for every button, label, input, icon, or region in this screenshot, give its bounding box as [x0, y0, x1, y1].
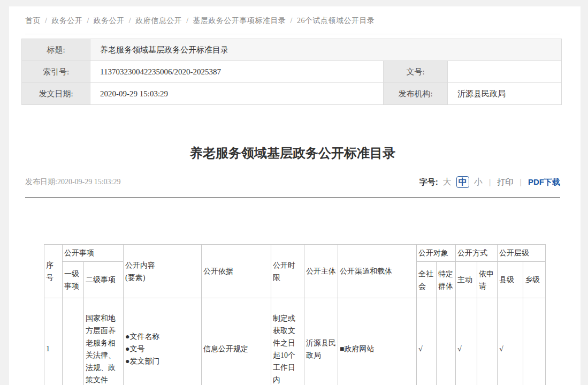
publish-info-row: 发布日期:2020-09-29 15:03:29 字号: 大 中 小 | 打印 …	[25, 175, 560, 189]
cell-serial: 1	[44, 298, 63, 385]
header-whole-society: 全社会	[417, 262, 437, 298]
breadcrumb-link-pilot-catalog[interactable]: 26个试点领域公开目录	[297, 17, 375, 25]
breadcrumb-link-gov-info[interactable]: 政府信息公开	[135, 17, 182, 25]
header-level1-item: 一级事项	[63, 262, 84, 298]
meta-row-title: 标题: 养老服务领域基层政务公开标准目录	[22, 39, 562, 61]
cell-basis: 信息公开规定	[202, 298, 271, 385]
breadcrumb-link-zwgk-2[interactable]: 政务公开	[94, 17, 125, 25]
cell-level1-item	[63, 298, 84, 385]
cell-proactive: √	[456, 298, 477, 385]
meta-row-date: 发文日期: 2020-09-29 15:03:29 发布机构: 沂源县民政局	[22, 83, 562, 105]
header-time-limit: 公开时限	[271, 245, 304, 298]
disclosure-catalog-table: 序号 公开事项 公开内容 (要素) 公开依据 公开时限 公开主体 公开渠道和载体…	[44, 244, 546, 385]
breadcrumb-separator: /	[45, 17, 47, 25]
print-button[interactable]: 打印	[497, 177, 513, 187]
table-row: 1 国家和地方层面养老服务相关法律、法规、政策文件 ●文件名称 ●文号 ●发文部…	[44, 298, 546, 385]
cell-on-request	[477, 298, 498, 385]
header-level: 公开层级	[498, 245, 546, 262]
content-panel: 首页/政务公开/政务公开/政府信息公开/基层政务公开事项标准目录/26个试点领域…	[9, 6, 581, 385]
meta-docnum-label: 文号:	[384, 61, 448, 83]
breadcrumb-link-home[interactable]: 首页	[25, 17, 41, 25]
header-audience: 公开对象	[417, 245, 456, 262]
cell-township-level	[523, 298, 546, 385]
cell-level2-item: 国家和地方层面养老服务相关法律、法规、政策文件	[84, 298, 124, 385]
header-level2-item: 二级事项	[84, 262, 124, 298]
pdf-download-link[interactable]: PDF下载	[528, 177, 560, 187]
breadcrumb-divider	[25, 34, 560, 34]
header-proactive: 主动	[456, 262, 477, 298]
breadcrumb-link-standard-catalog[interactable]: 基层政务公开事项标准目录	[193, 17, 286, 25]
table-header-row-1: 序号 公开事项 公开内容 (要素) 公开依据 公开时限 公开主体 公开渠道和载体…	[44, 245, 546, 262]
header-content-elements: 公开内容 (要素)	[124, 245, 202, 298]
breadcrumb-separator: /	[87, 17, 89, 25]
meta-row-index: 索引号: 113703230042235006/2020-2025387 文号:	[22, 61, 562, 83]
meta-title-label: 标题:	[22, 39, 90, 61]
header-disclosure-item: 公开事项	[63, 245, 124, 262]
font-size-small-button[interactable]: 小	[474, 177, 483, 188]
header-method: 公开方式	[456, 245, 498, 262]
article-divider	[25, 197, 560, 198]
cell-channel-carrier: ■政府网站	[338, 298, 417, 385]
publish-date: 发布日期:2020-09-29 15:03:29	[25, 177, 121, 187]
breadcrumb-separator: /	[186, 17, 188, 25]
meta-index-label: 索引号:	[22, 61, 90, 83]
meta-date-label: 发文日期:	[22, 83, 90, 105]
cell-specific-group	[437, 298, 456, 385]
cell-content-elements: ●文件名称 ●文号 ●发文部门	[124, 298, 202, 385]
meta-docnum-value	[448, 61, 562, 83]
breadcrumb-separator: /	[129, 17, 131, 25]
header-on-request: 依申请	[477, 262, 498, 298]
header-township-level: 乡级	[523, 262, 546, 298]
font-size-large-button[interactable]: 大	[443, 177, 452, 188]
font-size-label: 字号:	[419, 177, 438, 187]
header-basis: 公开依据	[202, 245, 271, 298]
header-channel-carrier: 公开渠道和载体	[338, 245, 417, 298]
meta-org-label: 发布机构:	[384, 83, 448, 105]
header-specific-group: 特定群体	[437, 262, 456, 298]
breadcrumb-link-zwgk-1[interactable]: 政务公开	[51, 17, 82, 25]
header-serial: 序号	[44, 245, 63, 298]
header-county-level: 县级	[498, 262, 523, 298]
breadcrumb: 首页/政务公开/政务公开/政府信息公开/基层政务公开事项标准目录/26个试点领域…	[25, 16, 560, 26]
meta-title-value: 养老服务领域基层政务公开标准目录	[90, 39, 562, 61]
header-subject: 公开主体	[304, 245, 338, 298]
cell-county-level: √	[498, 298, 523, 385]
page-title: 养老服务领域基层政务公开标准目录	[25, 144, 560, 162]
toolbar-separator: |	[520, 178, 522, 186]
cell-whole-society: √	[417, 298, 437, 385]
breadcrumb-separator: /	[291, 17, 293, 25]
document-meta-table: 标题: 养老服务领域基层政务公开标准目录 索引号: 11370323004223…	[21, 39, 562, 105]
meta-date-value: 2020-09-29 15:03:29	[90, 83, 384, 105]
meta-index-value: 113703230042235006/2020-2025387	[90, 61, 384, 83]
article-toolbar: 字号: 大 中 小 | 打印 | PDF下载	[419, 176, 560, 188]
font-size-medium-button[interactable]: 中	[456, 176, 469, 188]
cell-subject: 沂源县民政局	[304, 298, 338, 385]
toolbar-separator: |	[489, 178, 491, 186]
meta-org-value: 沂源县民政局	[448, 83, 562, 105]
cell-time-limit: 制定或获取文件之日起10个工作日内	[271, 298, 304, 385]
